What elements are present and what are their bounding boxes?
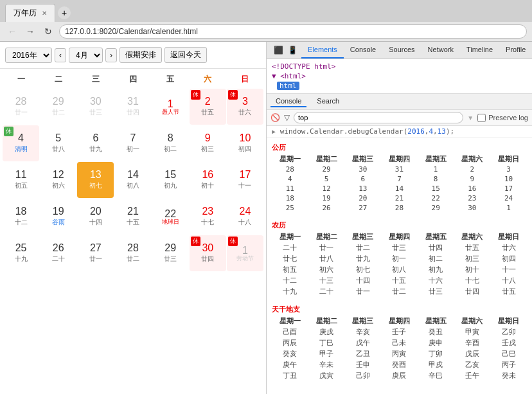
table-header: 星期一 <box>272 316 308 327</box>
html-tree: <!DOCTYPE html> ▼ <html> html <box>267 59 532 94</box>
tab-profile[interactable]: Profile <box>499 42 532 58</box>
table-header-row: 星期一 星期二 星期三 星期四 星期五 星期六 星期日 <box>272 154 527 165</box>
tab-network[interactable]: Network <box>421 42 460 58</box>
preserve-log-checkbox[interactable] <box>477 114 486 122</box>
preserve-log-label: Preserve log <box>488 114 528 121</box>
devtools-panel: ⬛ 📱 Elements Console Sources Network Tim… <box>267 42 532 394</box>
cal-day[interactable]: 18十二 <box>3 199 39 235</box>
cal-day[interactable]: 休1劳动节 <box>227 235 263 271</box>
calendar-area: 2016年 ‹ 4月 › 假期安排 返回今天 一 二 三 四 五 六 日 <box>0 42 267 394</box>
mobile-icon-btn[interactable]: 📱 <box>286 44 299 57</box>
table-header: 星期六 <box>454 231 491 242</box>
table-row: 十二十三十四十五十六十七十八 <box>272 275 527 286</box>
calendar-week-1: 28廿一 29廿二 30廿三 31廿四 1愚人节 休2廿五 休3廿六 <box>3 89 263 125</box>
table-header: 星期五 <box>418 231 454 242</box>
calendar-week-2: 休4清明 5廿八 6廿九 7初一 8初二 9初三 10初四 <box>3 125 263 161</box>
cal-day[interactable]: 1愚人节 <box>152 89 189 125</box>
cal-day[interactable]: 12初六 <box>40 162 76 198</box>
month-select[interactable]: 4月 <box>69 48 103 63</box>
cal-day[interactable]: 休2廿五 <box>190 89 226 125</box>
table-header: 星期四 <box>381 231 418 242</box>
cal-day[interactable]: 17十一 <box>227 162 263 198</box>
filter-icon[interactable]: ▽ <box>284 113 290 122</box>
inspect-icon-btn[interactable]: ⬛ <box>272 44 285 57</box>
table-row: 2526272829301 <box>272 203 527 213</box>
table-header-row: 星期一 星期二 星期三 星期四 星期五 星期六 星期日 <box>272 316 527 327</box>
tab-console[interactable]: Console <box>344 42 382 58</box>
main-area: 2016年 ‹ 4月 › 假期安排 返回今天 一 二 三 四 五 六 日 <box>0 42 532 394</box>
console-command: window.Calendar.debugCalendar(2016,4,13)… <box>280 127 455 136</box>
table-row: 癸亥甲子乙丑丙寅丁卯戊辰己巳 <box>272 348 527 359</box>
cal-day[interactable]: 21十五 <box>114 199 151 235</box>
cal-day[interactable]: 8初二 <box>152 125 189 161</box>
cal-day[interactable]: 23十七 <box>190 199 226 235</box>
cal-day[interactable]: 5廿八 <box>40 125 76 161</box>
cal-day[interactable]: 24十八 <box>227 199 263 235</box>
active-tab[interactable]: 万年历 ✕ <box>5 4 55 22</box>
cal-day[interactable]: 10初四 <box>227 125 263 161</box>
cal-day[interactable]: 20十四 <box>77 199 114 235</box>
cal-day[interactable]: 休30廿四 <box>190 235 226 271</box>
table-row: 二十廿一廿二廿三廿四廿五廿六 <box>272 242 527 253</box>
cal-day[interactable]: 16初十 <box>190 162 226 198</box>
next-month-btn[interactable]: › <box>105 48 117 62</box>
tiangan-table: 星期一 星期二 星期三 星期四 星期五 星期六 星期日 己酉庚戌辛亥壬子癸丑甲寅… <box>272 316 527 381</box>
cal-day[interactable]: 26二十 <box>40 235 76 271</box>
table-header: 星期三 <box>344 154 381 165</box>
new-tab-btn[interactable]: + <box>58 6 71 19</box>
cal-day[interactable]: 6廿九 <box>77 125 114 161</box>
cal-day[interactable]: 19谷雨 <box>40 199 76 235</box>
cal-day[interactable]: 31廿四 <box>114 89 151 125</box>
today-btn[interactable]: 返回今天 <box>164 47 207 63</box>
console-btn[interactable]: Console <box>270 96 306 107</box>
tab-elements[interactable]: Elements <box>301 42 344 58</box>
cal-day[interactable]: 休4清明 <box>3 125 39 161</box>
cal-day[interactable]: 7初一 <box>114 125 151 161</box>
dropdown-arrow[interactable]: ▼ <box>467 114 474 121</box>
tab-title: 万年历 <box>13 8 37 19</box>
cal-day[interactable]: 30廿三 <box>77 89 114 125</box>
table-header: 星期六 <box>454 154 491 165</box>
calendar-week-5: 25十九 26二十 27廿一 28廿二 29廿三 休30廿四 休1劳动节 <box>3 235 263 271</box>
cal-day[interactable]: 28廿一 <box>3 89 39 125</box>
cal-day[interactable]: 28廿二 <box>114 235 151 271</box>
cal-day[interactable]: 休3廿六 <box>227 89 263 125</box>
table-header: 星期四 <box>381 316 418 327</box>
tab-sources[interactable]: Sources <box>382 42 421 58</box>
cal-day-today[interactable]: 13初七 <box>77 162 114 198</box>
cal-day[interactable]: 15初九 <box>152 162 189 198</box>
html-selected-line[interactable]: html <box>272 81 527 91</box>
cal-day[interactable]: 22地球日 <box>152 199 189 235</box>
cal-day[interactable]: 11初五 <box>3 162 39 198</box>
cal-day[interactable]: 14初八 <box>114 162 151 198</box>
calendar-weeks: 28廿一 29廿二 30廿三 31廿四 1愚人节 休2廿五 休3廿六 休4清明 … <box>3 89 263 271</box>
table-header: 星期二 <box>308 154 345 165</box>
holiday-btn[interactable]: 假期安排 <box>120 47 162 63</box>
address-bar[interactable] <box>59 24 527 39</box>
cal-day[interactable]: 25十九 <box>3 235 39 271</box>
weekday-fri: 五 <box>152 71 189 87</box>
prev-month-btn[interactable]: ‹ <box>55 48 66 62</box>
console-command-line: ▶ window.Calendar.debugCalendar(2016,4,1… <box>267 126 532 138</box>
cal-day[interactable]: 29廿三 <box>152 235 189 271</box>
cal-day[interactable]: 9初三 <box>190 125 226 161</box>
console-output: ▶ window.Calendar.debugCalendar(2016,4,1… <box>267 126 532 394</box>
calendar-header: 2016年 ‹ 4月 › 假期安排 返回今天 <box>0 42 266 69</box>
tab-close-btn[interactable]: ✕ <box>42 10 47 17</box>
table-row: 28293031123 <box>272 165 527 174</box>
refresh-btn[interactable]: ↻ <box>41 24 55 39</box>
search-btn[interactable]: Search <box>312 96 344 107</box>
cal-day[interactable]: 27廿一 <box>77 235 114 271</box>
table-header: 星期日 <box>490 154 527 165</box>
block-icon[interactable]: 🚫 <box>270 113 280 122</box>
back-btn[interactable]: ← <box>5 24 19 39</box>
cal-day[interactable]: 29廿二 <box>40 89 76 125</box>
filter-input[interactable] <box>294 112 463 123</box>
tab-timeline[interactable]: Timeline <box>460 42 499 58</box>
table-header: 星期三 <box>344 231 381 242</box>
year-select[interactable]: 2016年 <box>5 48 52 63</box>
table-header: 星期五 <box>418 154 454 165</box>
filter-bar: 🚫 ▽ ▼ Preserve log <box>267 110 532 126</box>
forward-btn[interactable]: → <box>23 24 37 39</box>
table-header: 星期六 <box>454 316 491 327</box>
